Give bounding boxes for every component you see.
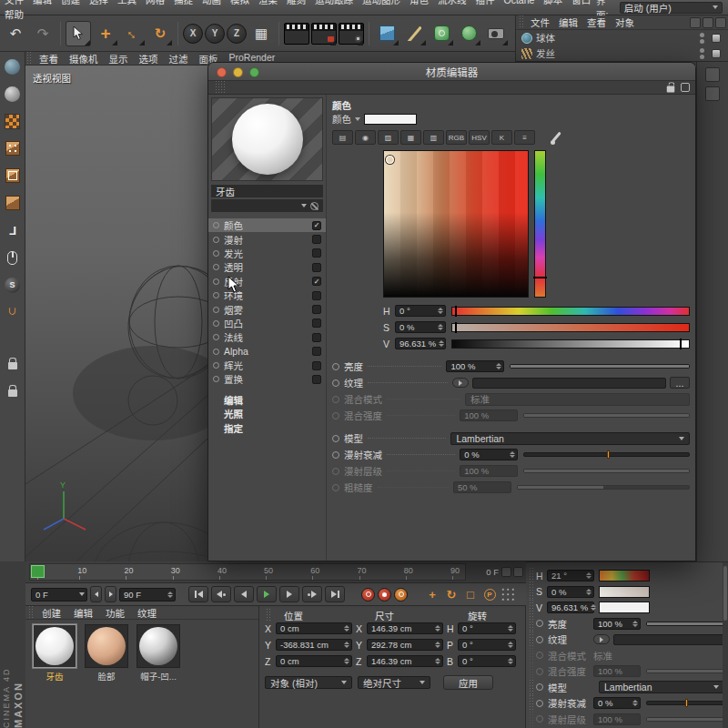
pen-spline-button[interactable] [401, 21, 427, 46]
menu-item[interactable]: 选择 [85, 0, 113, 5]
camera-button[interactable] [483, 21, 509, 46]
param-grip[interactable] [528, 632, 534, 647]
diffuse-falloff-field[interactable]: 0 % [593, 697, 641, 709]
object-manager-menu-item[interactable]: 编辑 [554, 15, 582, 29]
channel-checkbox[interactable] [312, 248, 321, 258]
position-input[interactable]: 0 cm [276, 655, 352, 667]
viewport-menu-item[interactable]: 过滤 [164, 52, 194, 66]
apply-button[interactable]: 应用 [443, 675, 493, 690]
keyframe-selection-button[interactable] [394, 588, 408, 602]
move-tool[interactable]: + [93, 21, 118, 46]
end-frame-field[interactable]: 90 F [119, 588, 176, 602]
menu-item[interactable]: 创建 [56, 0, 85, 5]
brightness-field[interactable]: 100 % [446, 360, 504, 372]
channel-checkbox[interactable] [312, 347, 321, 356]
make-editable-button[interactable] [2, 56, 24, 77]
render-view-button[interactable] [284, 21, 309, 46]
workplane-lock-button[interactable] [2, 352, 24, 374]
lock-icon[interactable] [667, 86, 675, 93]
stepper[interactable] [435, 625, 440, 632]
record-scale-toggle[interactable]: □ [462, 586, 479, 602]
channel-row[interactable]: 反射 [208, 275, 326, 288]
hue-field[interactable]: 0 ° [395, 305, 446, 317]
animate-dot-icon[interactable] [332, 379, 339, 387]
color-field[interactable] [383, 150, 529, 298]
record-rotation-toggle[interactable]: ↻ [443, 586, 460, 602]
channel-checkbox[interactable] [312, 263, 321, 272]
material-item[interactable]: 帽子-凹... [135, 624, 182, 682]
channel-row[interactable]: 光照 [208, 407, 326, 420]
material-manager-menu-item[interactable]: 编辑 [67, 606, 99, 620]
animate-dot-icon[interactable] [536, 636, 543, 643]
material-thumbnail[interactable] [85, 624, 128, 668]
dialog-titlebar[interactable]: 材质编辑器 [208, 63, 695, 81]
stepper[interactable] [344, 625, 349, 632]
stepper[interactable] [344, 658, 349, 664]
saturation-field[interactable]: 0 % [395, 321, 446, 333]
stepper[interactable] [586, 589, 592, 595]
swatches-icon[interactable]: ▥ [423, 130, 444, 145]
material-tag-icon[interactable] [712, 49, 721, 58]
stepper[interactable] [508, 642, 513, 648]
saturation-gradient-bar[interactable] [599, 586, 650, 598]
menu-item[interactable]: 网格 [141, 0, 169, 5]
rotation-input[interactable]: 0 ° [458, 655, 516, 667]
diffuse-falloff-slider[interactable] [646, 701, 724, 705]
size-input[interactable]: 292.78 cm [367, 639, 443, 651]
subdivision-surface-button[interactable] [429, 21, 454, 46]
object-manager-menu-item[interactable]: 查看 [582, 15, 611, 29]
z-axis-lock-button[interactable]: Z [227, 24, 247, 44]
animate-dot-icon[interactable] [536, 683, 543, 691]
size-input[interactable]: 146.39 cm [367, 622, 443, 634]
mixer-icon[interactable]: ≡ [514, 130, 535, 145]
saturation-gradient-slider[interactable] [451, 323, 690, 332]
dialog-grip[interactable] [214, 81, 227, 94]
panel-grip[interactable] [25, 52, 32, 65]
param-grip[interactable] [528, 712, 534, 727]
play-button[interactable] [257, 586, 277, 602]
rotate-tool[interactable]: ↻ [147, 21, 173, 46]
menu-item[interactable]: 编辑 [28, 0, 56, 5]
model-dropdown[interactable]: Lambertian [450, 432, 690, 445]
stepper[interactable] [632, 700, 638, 706]
picker-mode-button[interactable]: K [491, 130, 512, 145]
menu-item[interactable]: 雕刻 [282, 0, 310, 5]
channel-row[interactable]: 指定 [208, 420, 326, 434]
panel-icon[interactable] [705, 86, 720, 101]
current-frame-field[interactable]: 0 F [31, 588, 87, 602]
previous-frame-button[interactable] [234, 586, 254, 602]
channel-row[interactable]: 颜色 [208, 218, 326, 232]
timeline-options-icon[interactable] [513, 567, 523, 577]
param-grip[interactable] [528, 648, 534, 663]
points-mode-button[interactable] [2, 137, 24, 159]
channel-checkbox[interactable] [312, 333, 321, 342]
visibility-dots[interactable] [700, 48, 704, 59]
channel-row[interactable]: 法线 [208, 330, 326, 344]
redo-button[interactable]: ↷ [30, 21, 56, 46]
live-selection-tool[interactable] [66, 21, 91, 46]
undo-button[interactable]: ↶ [3, 21, 28, 46]
compact-picker-icon[interactable]: ▤ [332, 130, 353, 145]
param-grip[interactable] [528, 663, 534, 679]
material-item[interactable]: 脸部 [83, 624, 130, 682]
texture-slot[interactable] [472, 378, 666, 389]
filter-icon[interactable] [703, 17, 713, 28]
edges-mode-button[interactable] [2, 165, 24, 187]
next-key-button[interactable] [302, 586, 322, 602]
model-mode-button[interactable] [2, 83, 24, 105]
texture-arrow-button[interactable] [452, 378, 469, 388]
object-row-sphere[interactable]: 球体 [516, 30, 728, 46]
object-manager-menu-item[interactable]: 文件 [526, 15, 554, 29]
material-item[interactable]: 牙齿 [31, 624, 78, 682]
layer-icon[interactable] [715, 17, 726, 28]
channel-checkbox[interactable] [312, 221, 321, 230]
interface-dropdown[interactable]: 启动 (用户) [620, 2, 723, 14]
brightness-field[interactable]: 100 % [593, 618, 641, 630]
channel-row[interactable]: 烟雾 [208, 302, 326, 316]
menu-item[interactable]: 流水线 [433, 0, 471, 5]
material-manager-menu-item[interactable]: 创建 [35, 606, 67, 620]
stepper[interactable] [591, 604, 596, 611]
visibility-dots[interactable] [700, 33, 704, 44]
keyframe-preset-grid[interactable] [500, 587, 515, 602]
stepper[interactable] [496, 363, 501, 369]
